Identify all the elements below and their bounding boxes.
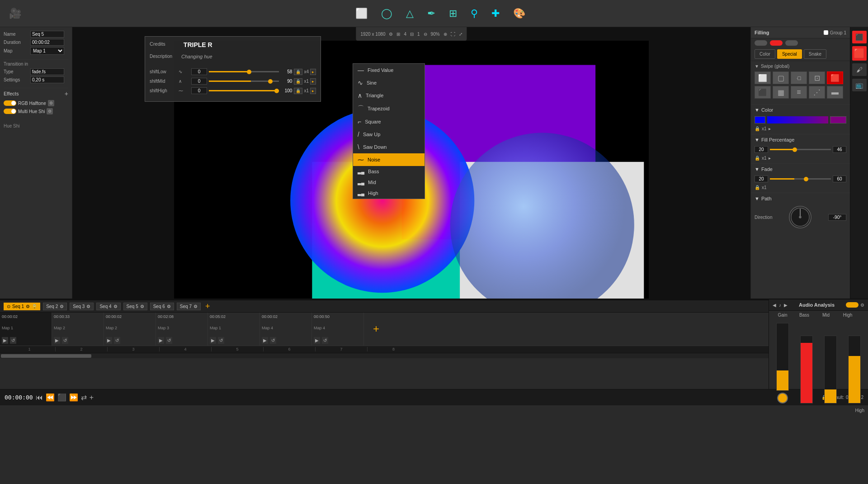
shift-high-more-btn[interactable]: ▸ [310,88,316,94]
wave-sine[interactable]: ∿Sine [353,76,425,89]
scrollbar-thumb[interactable] [1,354,91,358]
track-7-play[interactable]: ▶ [314,337,320,344]
swipe-pattern-5[interactable]: 🟥 [827,71,843,84]
add-track-button[interactable]: + [364,313,388,345]
plus-tool[interactable]: ✚ [491,8,500,19]
effect-settings-2[interactable]: ⚙ [47,108,53,114]
track-6-loop[interactable]: ↺ [270,337,276,344]
timeline-scroll[interactable] [0,353,769,358]
canvas-zoom-minus[interactable]: ⊖ [424,32,427,37]
wave-trapezoid[interactable]: ⌒Trapezoid [353,102,425,115]
wave-mid[interactable]: ▃▄Mid [353,177,425,188]
tab-snake[interactable]: Snake [804,49,826,59]
seq-tab-4[interactable]: Seq 4 ⚙ [96,303,120,310]
track-1-loop[interactable]: ↺ [10,337,16,344]
fade-to[interactable] [833,176,846,182]
swipe-pattern-1[interactable]: ⬜ [755,71,771,84]
seq-tab-1[interactable]: ⊙ Seq 1 ⚙ 🔒 [4,303,40,310]
map-select[interactable]: Map 1 Map 2 [30,47,64,55]
swipe-pattern-2[interactable]: ▢ [773,71,789,84]
shift-high-min[interactable] [191,87,207,94]
direction-value[interactable] [828,214,846,221]
audio-prev-icon[interactable]: ◀ [773,303,776,308]
wave-square[interactable]: ⌐Square [353,115,425,128]
stop-button[interactable]: ⬛ [57,393,66,402]
shift-high-slider[interactable] [209,90,279,91]
color-end-swatch[interactable] [830,116,846,123]
tab-color[interactable]: Color [755,49,775,59]
seq-tab-5[interactable]: Seq 5 ⚙ [123,303,147,310]
toggle-3[interactable] [785,40,798,46]
seq-4-gear[interactable]: ⚙ [113,304,118,309]
duration-input[interactable] [30,39,64,46]
effect-settings-1[interactable]: ⚙ [48,100,54,106]
add-sequence-button[interactable]: + [203,302,212,311]
swipe-pattern-10[interactable]: ▬ [827,86,843,99]
swipe-pattern-6[interactable]: ⬛ [755,86,771,99]
seq-7-gear[interactable]: ⚙ [193,304,198,309]
far-right-output-icon[interactable]: 📺 [852,79,867,91]
back-button[interactable]: ⏪ [46,393,55,402]
pen-tool[interactable]: ✒ [427,8,435,19]
fill-pct-slider[interactable] [770,149,831,150]
wave-noise[interactable]: ⁓Noise [353,153,425,166]
shift-low-slider[interactable] [209,71,279,72]
audio-next-icon[interactable]: ▶ [784,303,788,308]
toggle-2[interactable] [770,40,783,46]
shift-low-min[interactable] [191,68,207,75]
track-5-loop[interactable]: ↺ [218,337,224,344]
wave-triangle[interactable]: ∧Triangle [353,89,425,102]
shift-mid-slider[interactable] [209,81,279,82]
track-2-play[interactable]: ▶ [54,337,60,344]
tab-special[interactable]: Special [777,49,802,59]
add-transport-button[interactable]: + [90,394,94,402]
rewind-button[interactable]: ⏮ [36,394,43,402]
effect-toggle-2[interactable] [4,109,16,114]
far-right-brush-icon[interactable]: 🖌 [852,63,867,76]
magnet-tool[interactable]: ⚲ [471,8,478,19]
track-6-play[interactable]: ▶ [262,337,268,344]
forward-button[interactable]: ⏩ [69,393,78,402]
swipe-pattern-8[interactable]: ≡ [791,86,807,99]
color-start-swatch[interactable] [755,116,765,123]
shift-low-icon-btn[interactable]: 🔒 [294,69,302,75]
audio-settings-icon[interactable]: ⚙ [860,303,864,308]
fade-from[interactable] [755,176,768,182]
wave-bass[interactable]: ▃▄Bass [353,166,425,177]
settings-input[interactable] [30,76,64,83]
seq-2-gear[interactable]: ⚙ [60,304,64,309]
seq-6-gear[interactable]: ⚙ [167,304,171,309]
track-2-loop[interactable]: ↺ [62,337,68,344]
canvas-zoom-plus[interactable]: ⊕ [443,32,447,37]
wave-fixed-value[interactable]: —Fixed Value [353,64,425,76]
wave-high[interactable]: ▃▄High [353,188,425,199]
track-4-loop[interactable]: ↺ [166,337,172,344]
track-4-play[interactable]: ▶ [158,337,164,344]
triangle-tool[interactable]: △ [406,8,414,19]
track-3-play[interactable]: ▶ [106,337,112,344]
seq-5-gear[interactable]: ⚙ [140,304,144,309]
canvas-gear-icon[interactable]: ⚙ [389,32,393,37]
canvas-fullscreen-icon[interactable]: ⛶ [451,32,455,37]
shuffle-button[interactable]: ⇄ [81,393,87,402]
rectangle-tool[interactable]: ⬜ [355,8,368,19]
gain-knob[interactable] [777,393,788,403]
far-right-fill-icon[interactable]: 🟥 [852,46,867,61]
shift-mid-more-btn[interactable]: ▸ [310,78,316,85]
color-gradient-bar[interactable] [767,116,828,123]
add-effect-button[interactable]: + [65,90,68,97]
track-3-loop[interactable]: ↺ [114,337,120,344]
swipe-pattern-7[interactable]: ▦ [773,86,789,99]
wave-saw-down[interactable]: \Saw Down [353,141,425,153]
type-input[interactable] [30,68,64,75]
track-5-play[interactable]: ▶ [210,337,216,344]
wave-saw-up[interactable]: /Saw Up [353,128,425,141]
oval-tool[interactable]: ◯ [381,8,392,19]
far-right-rect-icon[interactable]: ⬛ [852,31,867,43]
effect-toggle-1[interactable] [4,100,16,106]
palette-tool[interactable]: 🎨 [513,8,525,19]
seq-tab-3[interactable]: Seq 3 ⚙ [70,303,94,310]
name-input[interactable] [30,31,64,38]
audio-toggle[interactable] [846,302,859,308]
track-7-loop[interactable]: ↺ [322,337,328,344]
